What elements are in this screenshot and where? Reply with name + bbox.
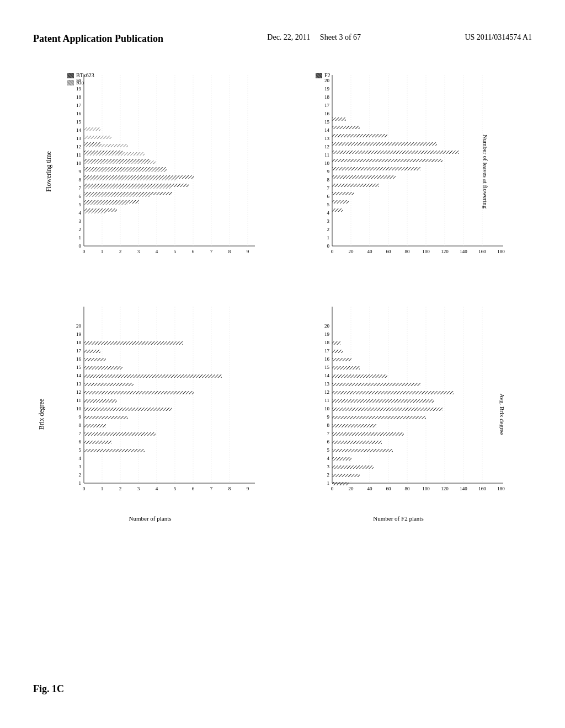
svg-rect-171 xyxy=(84,350,100,353)
svg-text:7: 7 xyxy=(327,185,330,191)
page-header: Patent Application Publication Dec. 22, … xyxy=(33,33,532,45)
svg-text:20: 20 xyxy=(324,78,330,83)
svg-rect-166 xyxy=(84,391,194,394)
svg-text:18: 18 xyxy=(324,94,330,100)
svg-text:80: 80 xyxy=(405,249,411,254)
figure-label: Fig. 1C xyxy=(33,683,64,695)
chart-avg-brix-f2: Avg. Brix degree Number of F2 plants 1 2… xyxy=(282,298,514,530)
svg-rect-56 xyxy=(84,185,172,189)
svg-text:2: 2 xyxy=(119,249,122,254)
svg-text:12: 12 xyxy=(76,144,81,149)
svg-rect-57 xyxy=(84,177,178,180)
svg-text:16: 16 xyxy=(76,111,82,116)
svg-text:12: 12 xyxy=(76,389,81,395)
svg-text:17: 17 xyxy=(324,348,330,354)
svg-text:13: 13 xyxy=(76,381,82,387)
svg-text:8: 8 xyxy=(327,177,330,183)
svg-text:7: 7 xyxy=(79,431,82,436)
svg-rect-113 xyxy=(332,151,459,154)
svg-text:8: 8 xyxy=(327,422,330,428)
svg-text:10: 10 xyxy=(76,160,82,166)
svg-text:180: 180 xyxy=(497,486,505,491)
svg-text:0: 0 xyxy=(79,243,82,249)
svg-rect-218 xyxy=(332,449,393,452)
svg-text:2: 2 xyxy=(119,486,122,491)
svg-rect-230 xyxy=(332,350,343,353)
page: Patent Application Publication Dec. 22, … xyxy=(0,0,565,728)
svg-text:4: 4 xyxy=(79,456,82,461)
svg-text:5: 5 xyxy=(79,447,82,453)
svg-rect-108 xyxy=(332,192,354,195)
svg-text:180: 180 xyxy=(497,249,505,254)
svg-text:12: 12 xyxy=(324,389,329,395)
svg-text:9: 9 xyxy=(247,249,249,254)
svg-text:13: 13 xyxy=(324,381,330,387)
header-date: Dec. 22, 2011 xyxy=(267,33,310,41)
svg-text:16: 16 xyxy=(324,356,330,362)
svg-text:20: 20 xyxy=(349,486,354,491)
svg-text:20: 20 xyxy=(324,323,330,329)
svg-rect-116 xyxy=(332,126,360,129)
svg-text:3: 3 xyxy=(137,249,140,254)
svg-text:4: 4 xyxy=(327,210,330,216)
svg-text:3: 3 xyxy=(79,464,82,469)
svg-text:12: 12 xyxy=(324,144,329,149)
chart-flowering-time: Flowering time BTx623 Rio xyxy=(34,67,266,276)
svg-text:11: 11 xyxy=(76,398,81,403)
svg-text:9: 9 xyxy=(247,486,249,491)
svg-text:9: 9 xyxy=(327,169,330,174)
svg-text:9: 9 xyxy=(327,414,330,420)
svg-text:2: 2 xyxy=(327,227,330,232)
svg-rect-167 xyxy=(84,383,134,386)
svg-text:60: 60 xyxy=(386,486,392,491)
svg-text:0: 0 xyxy=(331,486,334,491)
svg-rect-170 xyxy=(84,358,106,361)
svg-text:0: 0 xyxy=(83,486,86,491)
svg-text:15: 15 xyxy=(324,365,330,370)
svg-rect-114 xyxy=(332,142,437,146)
svg-rect-229 xyxy=(332,358,351,361)
svg-rect-107 xyxy=(332,200,349,204)
svg-text:18: 18 xyxy=(76,340,82,345)
svg-text:160: 160 xyxy=(478,486,486,491)
svg-text:14: 14 xyxy=(324,373,330,378)
svg-text:5: 5 xyxy=(174,249,177,254)
svg-rect-53 xyxy=(84,210,106,213)
svg-text:160: 160 xyxy=(478,249,486,254)
svg-text:14: 14 xyxy=(76,127,82,133)
svg-text:13: 13 xyxy=(76,136,82,141)
svg-text:1: 1 xyxy=(101,249,104,254)
svg-text:19: 19 xyxy=(76,86,82,92)
chart-avg-brix-svg: 1 2 3 4 5 6 7 8 9 10 11 12 13 14 15 16 1 xyxy=(299,301,520,522)
svg-text:120: 120 xyxy=(441,249,449,254)
svg-text:6: 6 xyxy=(192,486,195,491)
svg-text:10: 10 xyxy=(324,160,330,166)
svg-text:17: 17 xyxy=(324,103,330,108)
svg-text:1: 1 xyxy=(327,235,330,240)
header-patent-number: US 2011/0314574 A1 xyxy=(465,33,532,42)
svg-text:20: 20 xyxy=(76,78,82,83)
svg-text:4: 4 xyxy=(327,456,330,461)
svg-text:15: 15 xyxy=(76,365,82,370)
svg-text:19: 19 xyxy=(324,331,330,337)
svg-rect-165 xyxy=(84,399,117,403)
svg-rect-62 xyxy=(84,136,111,139)
svg-text:5: 5 xyxy=(79,202,82,207)
svg-text:3: 3 xyxy=(327,464,330,469)
svg-rect-54 xyxy=(84,202,128,205)
svg-rect-163 xyxy=(84,416,128,419)
svg-rect-216 xyxy=(332,465,374,469)
svg-rect-111 xyxy=(332,167,420,170)
svg-text:16: 16 xyxy=(76,356,82,362)
svg-rect-231 xyxy=(332,341,340,345)
svg-text:140: 140 xyxy=(460,486,467,491)
svg-text:18: 18 xyxy=(76,94,82,100)
header-date-sheet: Dec. 22, 2011 Sheet 3 of 67 xyxy=(267,33,361,42)
svg-text:2: 2 xyxy=(79,227,82,232)
svg-rect-160 xyxy=(84,441,111,444)
svg-text:2: 2 xyxy=(79,472,82,478)
svg-text:6: 6 xyxy=(327,194,330,199)
svg-text:7: 7 xyxy=(327,431,330,436)
svg-text:11: 11 xyxy=(324,398,329,403)
svg-text:3: 3 xyxy=(137,486,140,491)
